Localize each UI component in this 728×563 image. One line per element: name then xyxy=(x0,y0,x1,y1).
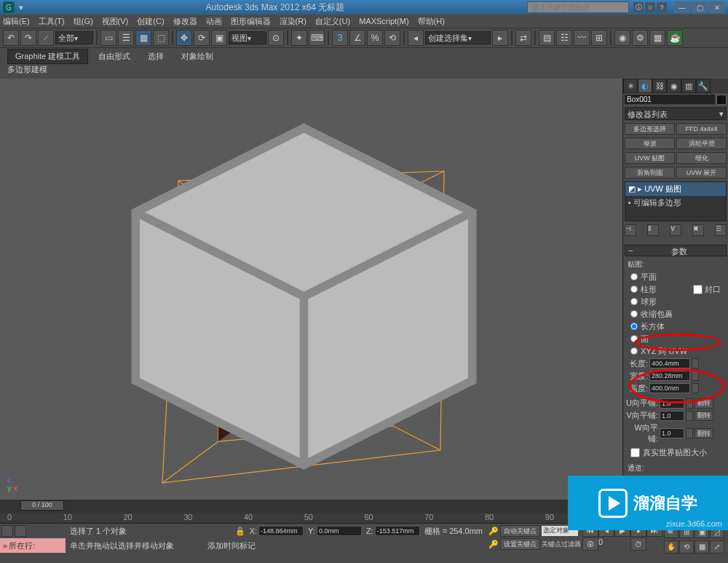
modbtn-unwrap[interactable]: UVW 展开 xyxy=(676,167,727,178)
key-icon[interactable]: 🔑 xyxy=(488,527,499,536)
realworld-checkbox[interactable] xyxy=(630,448,640,457)
keyfilter-button[interactable]: 关键点过滤器 xyxy=(542,540,581,549)
object-name-field[interactable]: Box001 xyxy=(625,95,715,104)
map-face-radio[interactable] xyxy=(630,335,638,342)
ribbon-tab-freeform[interactable]: 自由形式 xyxy=(91,50,138,63)
minimize-button[interactable]: — xyxy=(674,1,690,13)
modbtn-chamfer[interactable]: 剪角剖面 xyxy=(625,167,675,178)
x-coord-field[interactable]: -148.864mm xyxy=(258,526,304,536)
params-rollout-header[interactable]: −参数 xyxy=(625,245,727,256)
utilities-tab[interactable]: 🔧 xyxy=(696,79,711,93)
modbtn-noise[interactable]: 噪波 xyxy=(625,138,675,149)
time-config-button[interactable]: ⏱ xyxy=(630,538,646,551)
display-tab[interactable]: ▥ xyxy=(681,79,696,93)
render-setup-button[interactable]: ⚙ xyxy=(632,30,648,46)
menu-modifiers[interactable]: 修改器 xyxy=(173,16,197,27)
map-planar-radio[interactable] xyxy=(630,273,638,280)
setkey-icon[interactable]: 🔑 xyxy=(488,540,499,549)
material-editor-button[interactable]: ◉ xyxy=(614,30,630,46)
menu-group[interactable]: 组(G) xyxy=(74,16,93,27)
menu-render[interactable]: 渲染(R) xyxy=(280,16,306,27)
modifier-list-dropdown[interactable]: 修改器列表▾ xyxy=(625,107,727,120)
script-editor-button[interactable] xyxy=(15,525,26,537)
create-tab[interactable]: ✳ xyxy=(623,79,638,93)
scale-button[interactable]: ▣ xyxy=(211,30,227,46)
link-button[interactable]: ⟋ xyxy=(38,30,54,46)
window-crossing-button[interactable]: ⬚ xyxy=(153,30,169,46)
cap-checkbox[interactable] xyxy=(693,285,703,294)
help-icon[interactable]: ? xyxy=(657,2,667,12)
modifier-stack[interactable]: ◩ ▸ UVW 贴图 ▪ 可编辑多边形 xyxy=(625,181,727,221)
communication-icon[interactable]: ☆ xyxy=(645,2,655,12)
orbit-button[interactable]: ⟲ xyxy=(679,540,694,554)
close-button[interactable]: ✕ xyxy=(709,1,725,13)
walk-button[interactable]: ⤢ xyxy=(710,540,724,554)
object-color-swatch[interactable] xyxy=(716,95,727,105)
maximize-vp-button[interactable]: ▦ xyxy=(695,540,709,554)
length-spinner-buttons[interactable] xyxy=(692,358,699,369)
map-cyl-radio[interactable] xyxy=(630,286,638,293)
keyboard-button[interactable]: ⌨ xyxy=(309,30,325,46)
map-xyz-radio[interactable] xyxy=(630,347,638,355)
z-coord-field[interactable]: -153.517mm xyxy=(375,526,420,536)
ref-coord-system[interactable]: 视图 ▾ xyxy=(229,31,266,44)
wtile-spinner[interactable]: 1.0 xyxy=(660,428,684,438)
ribbon-tab-modeling[interactable]: Graphite 建模工具 xyxy=(7,49,88,64)
menu-edit[interactable]: 编辑(E) xyxy=(3,16,30,27)
ribbon-tab-paint[interactable]: 对象绘制 xyxy=(174,50,221,63)
modify-tab[interactable]: ◐ xyxy=(638,79,652,93)
select-name-button[interactable]: ☰ xyxy=(118,30,134,46)
curve-editor-button[interactable]: 〰 xyxy=(574,30,590,46)
lock-icon[interactable]: 🔒 xyxy=(235,527,245,536)
viewcube[interactable] xyxy=(0,86,615,500)
configure-sets-button[interactable]: ☰ xyxy=(715,224,727,236)
named-selection-set[interactable]: 创建选择集 ▾ xyxy=(425,31,491,44)
rendered-frame-button[interactable]: ▦ xyxy=(649,30,665,46)
menu-animation[interactable]: 动画 xyxy=(206,16,222,27)
menu-customize[interactable]: 自定义(U) xyxy=(315,16,350,27)
move-button[interactable]: ✥ xyxy=(176,30,192,46)
mirror-button[interactable]: ⇄ xyxy=(515,30,531,46)
maxscript-mini-listener[interactable]: »所在行: xyxy=(0,538,66,553)
menu-tools[interactable]: 工具(T) xyxy=(39,16,65,27)
layers-button[interactable]: ☷ xyxy=(556,30,572,46)
height-spinner[interactable]: 400.0mm xyxy=(649,383,690,393)
wflip-button[interactable]: 翻转 xyxy=(695,428,713,438)
pan-button[interactable]: ✋ xyxy=(664,540,678,554)
remove-mod-button[interactable]: ✖ xyxy=(692,224,704,236)
map-box-radio[interactable] xyxy=(630,323,638,330)
percent-snap-button[interactable]: % xyxy=(367,30,383,46)
current-frame-field[interactable]: 0 xyxy=(598,538,630,551)
angle-snap-button[interactable]: ∠ xyxy=(349,30,365,46)
menu-view[interactable]: 视图(V) xyxy=(102,16,129,27)
menu-help[interactable]: 帮助(H) xyxy=(418,16,445,27)
select-button[interactable]: ▭ xyxy=(100,30,116,46)
make-unique-button[interactable]: ∀ xyxy=(670,224,681,236)
spinner-snap-button[interactable]: ⟲ xyxy=(384,30,400,46)
length-spinner[interactable]: 400.4mm xyxy=(649,358,690,369)
vflip-button[interactable]: 翻转 xyxy=(695,411,713,421)
undo-button[interactable]: ↶ xyxy=(3,30,19,46)
hierarchy-tab[interactable]: ⛓ xyxy=(652,79,667,93)
vtile-spinner[interactable]: 1.0 xyxy=(660,411,684,421)
width-spinner-buttons[interactable] xyxy=(692,371,699,381)
modbtn-tessellate[interactable]: 细化 xyxy=(676,152,727,164)
show-end-button[interactable]: Ⅱ xyxy=(647,224,659,236)
map-shrink-radio[interactable] xyxy=(630,310,638,318)
height-spinner-buttons[interactable] xyxy=(692,383,699,393)
align-button[interactable]: ▤ xyxy=(539,30,555,46)
motion-tab[interactable]: ◉ xyxy=(667,79,681,93)
modbtn-uvwmap[interactable]: UVW 贴图 xyxy=(625,152,675,164)
maximize-button[interactable]: ▢ xyxy=(692,1,708,13)
render-button[interactable]: ☕ xyxy=(667,30,683,46)
redo-button[interactable]: ↷ xyxy=(20,30,36,46)
manipulate-button[interactable]: ✦ xyxy=(291,30,307,46)
ribbon-tab-selection[interactable]: 选择 xyxy=(141,50,171,63)
help-search-input[interactable] xyxy=(527,1,629,13)
autokey-button[interactable]: 自动关键点 xyxy=(500,525,540,537)
setkey-button[interactable]: 设置关键点 xyxy=(500,538,540,550)
modbtn-turbosmooth[interactable]: 涡轮平滑 xyxy=(676,138,727,149)
snap-toggle-3-button[interactable]: 3 xyxy=(332,30,348,46)
uflip-button[interactable]: 翻转 xyxy=(695,398,713,409)
selection-filter[interactable]: 全部 ▾ xyxy=(55,31,93,44)
